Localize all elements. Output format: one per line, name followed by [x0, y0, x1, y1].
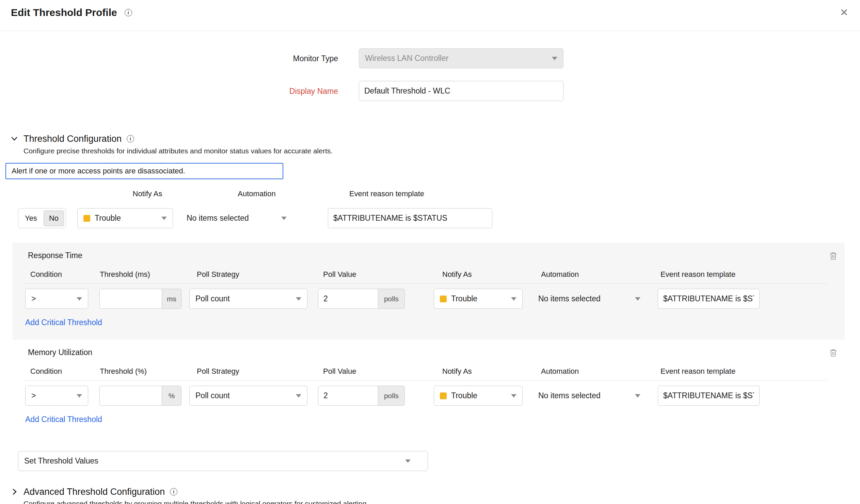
header-divider	[25, 283, 827, 284]
notify-as-value: Trouble	[95, 213, 121, 223]
threshold-configuration-header: Threshold Configuration i	[10, 133, 134, 145]
poll-strategy-value: Poll count	[196, 391, 230, 400]
header-divider	[25, 380, 827, 381]
monitor-type-label: Monitor Type	[0, 48, 338, 69]
section-description: Configure advanced thresholds by groupin…	[24, 500, 368, 504]
poll-strategy-value: Poll count	[196, 294, 230, 303]
page-title: Edit Threshold Profile	[11, 7, 117, 18]
condition-value: >	[31, 294, 36, 303]
unit-suffix: ms	[162, 289, 182, 309]
delete-attribute-button[interactable]	[829, 349, 837, 357]
chevron-down-icon	[635, 297, 641, 301]
column-header-automation: Automation	[541, 367, 579, 376]
automation-select[interactable]: No items selected	[538, 386, 641, 406]
polls-suffix: polls	[378, 386, 405, 406]
chevron-down-icon	[511, 297, 516, 301]
trouble-color-swatch	[83, 215, 90, 222]
advanced-threshold-configuration-header: Advanced Threshold Configuration i	[10, 486, 177, 498]
display-name-label: Display Name	[0, 81, 338, 101]
add-critical-threshold-link[interactable]: Add Critical Threshold	[25, 415, 102, 424]
automation-value: No items selected	[538, 294, 601, 303]
column-header-event-reason: Event reason template	[349, 189, 424, 198]
chevron-right-icon[interactable]	[10, 488, 18, 496]
info-icon[interactable]: i	[127, 135, 134, 143]
column-header-notify-as: Notify As	[442, 367, 472, 376]
monitor-type-select[interactable]: Wireless LAN Controller	[359, 48, 563, 68]
column-header-event-reason: Event reason template	[660, 270, 735, 279]
chevron-down-icon	[635, 394, 641, 398]
toggle-yes-button[interactable]: Yes	[18, 214, 44, 223]
trouble-color-swatch	[440, 392, 447, 399]
notify-as-select[interactable]: Trouble	[434, 289, 522, 309]
section-title: Advanced Threshold Configuration	[24, 487, 165, 497]
status-alert-field[interactable]: Alert if one or more access points are d…	[5, 163, 283, 179]
automation-select[interactable]: No items selected	[187, 208, 287, 228]
poll-value-input[interactable]	[318, 289, 378, 309]
section-description: Configure precise thresholds for individ…	[24, 147, 333, 155]
threshold-input[interactable]	[99, 289, 162, 309]
chevron-down-icon	[76, 394, 82, 398]
unit-suffix: %	[162, 386, 182, 406]
threshold-input[interactable]	[99, 386, 162, 406]
attribute-name: Response Time	[28, 251, 82, 260]
column-header-poll-value: Poll Value	[323, 367, 356, 376]
chevron-down-icon	[161, 217, 167, 220]
chevron-down-icon	[281, 217, 287, 220]
chevron-down-icon	[296, 394, 301, 398]
info-icon[interactable]: i	[125, 9, 132, 16]
poll-value-input[interactable]	[318, 386, 378, 406]
notify-as-select[interactable]: Trouble	[77, 208, 173, 228]
column-header-threshold: Threshold (ms)	[100, 270, 150, 279]
trouble-color-swatch	[440, 296, 447, 302]
column-header-notify-as: Notify As	[442, 270, 472, 279]
section-title: Threshold Configuration	[24, 134, 121, 144]
chevron-down-icon	[511, 394, 516, 398]
condition-value: >	[31, 391, 36, 400]
condition-select[interactable]: >	[25, 289, 88, 309]
notify-as-value: Trouble	[451, 391, 477, 400]
column-header-threshold: Threshold (%)	[100, 367, 147, 376]
event-reason-template-input[interactable]	[658, 289, 760, 309]
toggle-no-button[interactable]: No	[44, 210, 64, 226]
column-header-event-reason: Event reason template	[660, 367, 735, 376]
delete-attribute-button[interactable]	[829, 252, 837, 260]
polls-suffix: polls	[378, 289, 405, 309]
event-reason-template-input[interactable]	[328, 208, 492, 228]
automation-value: No items selected	[187, 213, 249, 223]
notify-as-value: Trouble	[451, 294, 477, 303]
status-alert-text: Alert if one or more access points are d…	[12, 167, 185, 176]
poll-strategy-select[interactable]: Poll count	[189, 289, 307, 309]
status-alert-toggle: Yes No	[18, 208, 66, 228]
info-icon[interactable]: i	[170, 488, 177, 495]
trash-icon	[829, 349, 837, 357]
chevron-down-icon[interactable]	[10, 135, 18, 143]
column-header-condition: Condition	[30, 270, 62, 279]
column-header-poll-strategy: Poll Strategy	[197, 270, 239, 279]
column-header-condition: Condition	[30, 367, 62, 376]
display-name-input[interactable]	[359, 81, 563, 101]
automation-value: No items selected	[538, 391, 601, 400]
attribute-section-response-time: Response Time Condition Threshold (ms) P…	[13, 243, 845, 340]
trash-icon	[829, 252, 837, 260]
chevron-down-icon	[552, 57, 557, 60]
column-header-automation: Automation	[238, 189, 275, 198]
chevron-down-icon	[296, 297, 301, 301]
chevron-down-icon	[76, 297, 82, 301]
attribute-section-memory-utilization: Memory Utilization Condition Threshold (…	[13, 340, 845, 437]
set-threshold-values-select[interactable]: Set Threshold Values	[18, 451, 428, 471]
close-icon[interactable]: ✕	[840, 8, 848, 18]
condition-select[interactable]: >	[25, 386, 88, 406]
event-reason-template-input[interactable]	[658, 386, 760, 406]
attribute-name: Memory Utilization	[28, 348, 92, 357]
notify-as-select[interactable]: Trouble	[434, 386, 522, 406]
set-threshold-values-label: Set Threshold Values	[24, 456, 98, 465]
add-critical-threshold-link[interactable]: Add Critical Threshold	[25, 318, 102, 327]
column-header-automation: Automation	[541, 270, 579, 279]
header-divider	[0, 31, 860, 31]
column-header-notify-as: Notify As	[133, 189, 162, 198]
column-header-poll-strategy: Poll Strategy	[197, 367, 239, 376]
column-header-poll-value: Poll Value	[323, 270, 356, 279]
monitor-type-value: Wireless LAN Controller	[365, 54, 448, 63]
poll-strategy-select[interactable]: Poll count	[189, 386, 307, 406]
automation-select[interactable]: No items selected	[538, 289, 641, 309]
